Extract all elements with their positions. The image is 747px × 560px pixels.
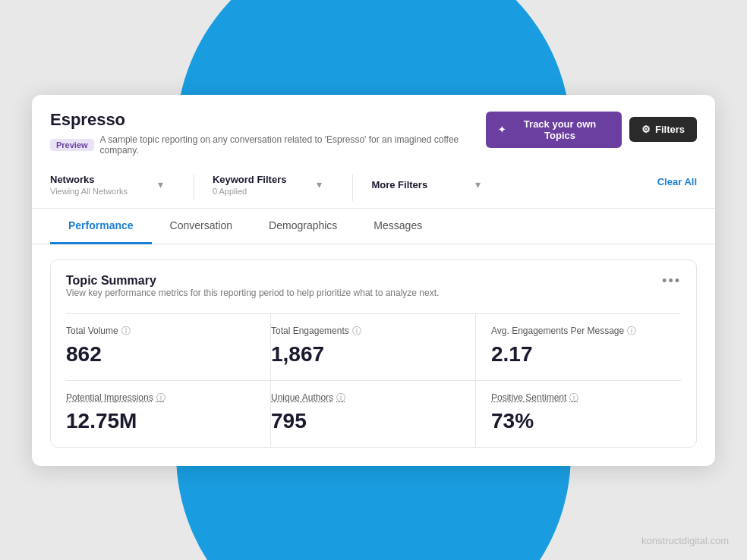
preview-badge: Preview: [50, 139, 94, 151]
networks-chevron-icon: ▾: [158, 178, 163, 190]
metric-total-engagements: Total Engagements ⓘ 1,867: [271, 313, 476, 380]
more-options-button[interactable]: •••: [662, 274, 681, 288]
tab-conversation[interactable]: Conversation: [152, 209, 251, 244]
topic-summary-header: Topic Summary View key performance metri…: [66, 274, 681, 310]
card-content: Topic Summary View key performance metri…: [32, 244, 715, 466]
metric-avg-engagements-label: Avg. Engagements Per Message ⓘ: [491, 325, 669, 338]
metrics-grid: Total Volume ⓘ 862 Total Engagements ⓘ 1…: [66, 313, 681, 447]
filters-button[interactable]: Filters: [629, 117, 697, 142]
sliders-icon: [641, 124, 651, 135]
track-topics-button[interactable]: Track your own Topics: [486, 112, 622, 148]
filters-label: Filters: [655, 124, 685, 135]
metric-unique-authors-label: Unique Authors ⓘ: [271, 392, 463, 404]
preview-description: A sample topic reporting on any conversa…: [100, 134, 487, 156]
metric-total-engagements-info-icon: ⓘ: [352, 325, 361, 338]
metric-total-engagements-label: Total Engagements ⓘ: [271, 325, 463, 338]
metric-positive-sentiment: Positive Sentiment ⓘ 73%: [476, 380, 681, 447]
metric-potential-impressions-value: 12.75M: [66, 409, 258, 433]
networks-label: Networks: [50, 174, 128, 185]
sparkle-icon: [498, 124, 506, 135]
metric-avg-engagements-info-icon: ⓘ: [627, 325, 636, 338]
metric-total-volume-value: 862: [66, 342, 258, 367]
metric-potential-impressions: Potential Impressions ⓘ 12.75M: [66, 380, 271, 447]
tab-demographics[interactable]: Demographics: [251, 209, 355, 244]
keyword-label: Keyword Filters: [213, 174, 287, 185]
metric-total-volume: Total Volume ⓘ 862: [66, 313, 271, 380]
filter-separator-1: [194, 174, 194, 201]
app-title: Espresso: [50, 110, 486, 130]
keyword-filter[interactable]: Keyword Filters 0 Applied ▾: [213, 168, 335, 208]
filter-separator-2: [352, 174, 353, 201]
header-actions: Track your own Topics Filters: [486, 112, 697, 148]
metric-unique-authors: Unique Authors ⓘ 795: [271, 380, 476, 447]
header-left: Espresso Preview A sample topic reportin…: [50, 110, 486, 156]
more-filters[interactable]: More Filters ▾: [371, 172, 493, 203]
more-filters-chevron-icon: ▾: [475, 178, 481, 190]
topic-summary-subtitle: View key performance metrics for this re…: [66, 288, 439, 298]
tab-performance[interactable]: Performance: [50, 209, 152, 244]
metric-positive-sentiment-info-icon: ⓘ: [569, 392, 578, 404]
metric-total-volume-info-icon: ⓘ: [121, 325, 131, 338]
metric-total-volume-label: Total Volume ⓘ: [66, 325, 258, 338]
metric-unique-authors-value: 795: [271, 409, 463, 433]
tabs-row: Performance Conversation Demographics Me…: [32, 209, 715, 244]
metric-potential-impressions-info-icon: ⓘ: [156, 392, 165, 404]
keyword-sub: 0 Applied: [213, 187, 287, 196]
metric-total-engagements-value: 1,867: [271, 342, 463, 367]
metric-avg-engagements-value: 2.17: [491, 342, 669, 367]
main-card: Espresso Preview A sample topic reportin…: [32, 95, 715, 466]
metric-unique-authors-info-icon: ⓘ: [336, 392, 345, 404]
tab-messages[interactable]: Messages: [355, 209, 440, 244]
keyword-chevron-icon: ▾: [317, 178, 322, 190]
metric-avg-engagements: Avg. Engagements Per Message ⓘ 2.17: [476, 313, 681, 380]
metric-potential-impressions-label: Potential Impressions ⓘ: [66, 392, 258, 404]
track-topics-label: Track your own Topics: [510, 118, 610, 141]
networks-sub: Viewing All Networks: [50, 187, 128, 196]
preview-row: Preview A sample topic reporting on any …: [50, 134, 486, 156]
topic-summary-card: Topic Summary View key performance metri…: [50, 260, 697, 448]
filters-row: Networks Viewing All Networks ▾ Keyword …: [32, 156, 715, 209]
metric-positive-sentiment-label: Positive Sentiment ⓘ: [491, 392, 669, 404]
networks-filter[interactable]: Networks Viewing All Networks ▾: [50, 168, 175, 208]
watermark: konstructdigital.com: [641, 535, 729, 546]
metric-positive-sentiment-value: 73%: [491, 409, 669, 433]
clear-all-link[interactable]: Clear All: [657, 176, 697, 200]
topic-summary-title: Topic Summary: [66, 274, 439, 288]
more-filters-label: More Filters: [371, 179, 427, 190]
card-header: Espresso Preview A sample topic reportin…: [32, 95, 715, 156]
